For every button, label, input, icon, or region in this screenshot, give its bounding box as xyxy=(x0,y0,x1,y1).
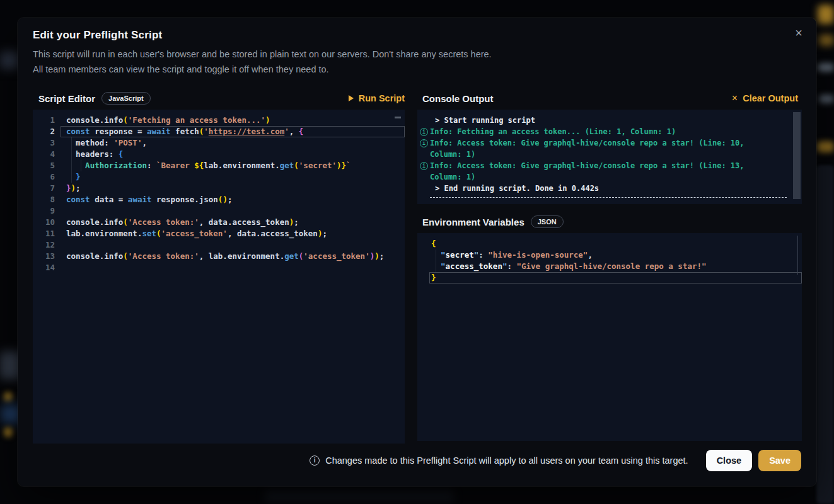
code-line-14[interactable] xyxy=(61,262,405,273)
line-number: 9 xyxy=(33,205,61,217)
line-number: 4 xyxy=(33,149,61,160)
environment-variables-title: Environment Variables xyxy=(422,217,524,227)
footer-note: i Changes made to this Preflight Script … xyxy=(310,455,688,466)
env-overview-ruler xyxy=(797,236,798,275)
modal-description-line1: This script will run in each user's brow… xyxy=(33,49,492,59)
editor-code-area[interactable]: console.info('Fetching an access token..… xyxy=(61,115,405,444)
backdrop-blob xyxy=(0,52,19,69)
code-line-7[interactable]: }); xyxy=(61,183,405,194)
code-line-2[interactable]: "secret": "hive-is-open-source", xyxy=(429,249,802,261)
console-rows: > Start running scriptiInfo: Fetching an… xyxy=(417,115,802,198)
backdrop-blob xyxy=(818,5,834,24)
code-line-3[interactable]: method: 'POST', xyxy=(61,137,405,149)
script-editor-title: Script Editor xyxy=(38,93,95,104)
json-badge: JSON xyxy=(531,215,564,228)
editor-gutter: 1234567891011121314 xyxy=(33,115,61,444)
backdrop-blob xyxy=(4,427,13,437)
line-number: 13 xyxy=(33,251,61,262)
line-number: 5 xyxy=(33,160,61,171)
info-icon: i xyxy=(420,139,428,147)
preflight-script-modal: × Edit your Preflight Script This script… xyxy=(18,18,816,486)
save-button[interactable]: Save xyxy=(758,450,801,471)
info-icon: i xyxy=(310,455,320,466)
console-scrollbar-thumb[interactable] xyxy=(793,112,801,199)
line-number: 10 xyxy=(33,217,61,228)
console-separator xyxy=(430,197,787,198)
modal-footer: i Changes made to this Preflight Script … xyxy=(33,449,801,472)
backdrop-blob xyxy=(819,94,834,103)
code-line-2[interactable]: const response = await fetch('https://te… xyxy=(61,126,405,137)
line-number: 12 xyxy=(33,239,61,251)
footer-note-text: Changes made to this Preflight Script wi… xyxy=(325,455,688,466)
code-line-4[interactable]: } xyxy=(429,272,802,284)
clear-icon: × xyxy=(732,94,738,103)
backdrop-blob xyxy=(819,35,834,46)
console-info-row: iInfo: Access token: Give graphql-hive/c… xyxy=(417,137,802,160)
code-line-9[interactable] xyxy=(61,205,405,217)
console-log-row: > End running script. Done in 0.442s xyxy=(417,183,802,194)
run-script-label: Run Script xyxy=(359,93,405,103)
console-output-title: Console Output xyxy=(422,93,494,104)
backdrop-blob xyxy=(818,63,834,72)
backdrop-blob xyxy=(265,490,454,503)
code-line-13[interactable]: console.info('Access token:', lab.enviro… xyxy=(61,251,405,262)
indent-guide xyxy=(436,249,436,272)
overview-ruler-marker xyxy=(395,117,401,118)
code-line-1[interactable]: { xyxy=(429,238,802,249)
console-output-header: Console Output × Clear Output xyxy=(417,89,802,108)
info-icon: i xyxy=(420,128,428,136)
code-line-6[interactable]: } xyxy=(61,171,405,183)
close-icon[interactable]: × xyxy=(790,24,808,42)
env-editor-margin xyxy=(417,238,429,441)
code-line-12[interactable] xyxy=(61,239,405,251)
modal-title: Edit your Preflight Script xyxy=(33,29,162,42)
line-number: 11 xyxy=(33,228,61,239)
backdrop-blob xyxy=(4,392,13,402)
console-info-row: iInfo: Access token: Give graphql-hive/c… xyxy=(417,160,802,183)
script-editor[interactable]: 1234567891011121314 console.info('Fetchi… xyxy=(33,110,405,444)
line-number: 3 xyxy=(33,137,61,149)
console-output: > Start running scriptiInfo: Fetching an… xyxy=(417,110,802,204)
code-line-5[interactable]: Authorization: `Bearer ${lab.environment… xyxy=(61,160,405,171)
clear-output-button[interactable]: × Clear Output xyxy=(732,93,798,103)
info-icon: i xyxy=(420,162,428,170)
line-number: 7 xyxy=(33,183,61,194)
run-script-button[interactable]: Run Script xyxy=(349,93,405,103)
code-line-4[interactable]: headers: { xyxy=(61,149,405,160)
line-number: 8 xyxy=(33,194,61,205)
language-badge: JavaScript xyxy=(101,92,151,105)
code-line-1[interactable]: console.info('Fetching an access token..… xyxy=(61,115,405,126)
code-line-3[interactable]: "access_token": "Give graphql-hive/conso… xyxy=(429,261,802,272)
line-number: 1 xyxy=(33,115,61,126)
code-line-10[interactable]: console.info('Access token:', data.acces… xyxy=(61,217,405,228)
line-number: 2 xyxy=(33,126,61,137)
indent-guide xyxy=(81,160,81,171)
indent-guide xyxy=(71,137,72,183)
line-number: 6 xyxy=(33,171,61,183)
code-line-11[interactable]: lab.environment.set('access_token', data… xyxy=(61,228,405,239)
script-editor-header: Script Editor JavaScript Run Script xyxy=(33,89,405,108)
console-info-row: iInfo: Fetching an access token... (Line… xyxy=(417,126,802,137)
environment-variables-editor[interactable]: { "secret": "hive-is-open-source", "acce… xyxy=(417,233,802,441)
line-number: 14 xyxy=(33,262,61,273)
modal-description-line2: All team members can view the script and… xyxy=(33,64,329,74)
code-line-8[interactable]: const data = await response.json(); xyxy=(61,194,405,205)
env-code-area[interactable]: { "secret": "hive-is-open-source", "acce… xyxy=(429,238,802,441)
environment-variables-header: Environment Variables JSON xyxy=(417,212,802,231)
backdrop-blob xyxy=(816,165,834,504)
clear-output-label: Clear Output xyxy=(743,93,798,103)
console-log-row: > Start running script xyxy=(417,115,802,126)
close-button[interactable]: Close xyxy=(706,450,753,471)
modal-description: This script will run in each user's brow… xyxy=(33,47,492,77)
play-icon xyxy=(349,95,354,101)
backdrop-blob xyxy=(817,141,834,152)
